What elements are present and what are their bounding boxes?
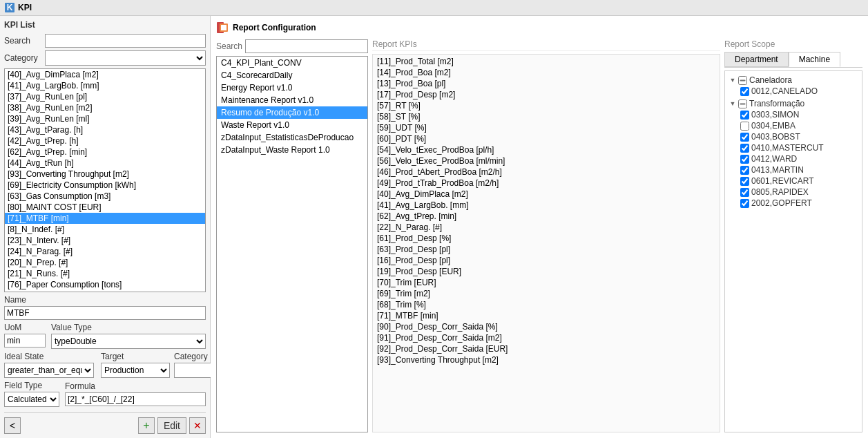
formula-input[interactable] bbox=[65, 392, 206, 406]
kpi-search-input[interactable] bbox=[45, 34, 206, 48]
list-item[interactable]: [93]_Converting Throughput [m2] bbox=[374, 354, 718, 365]
list-item[interactable]: [56]_Velo_tExec_ProdBoa [ml/min] bbox=[374, 155, 718, 166]
edit-kpi-button[interactable]: Edit bbox=[157, 417, 186, 434]
list-item[interactable]: [11]_Prod_Total [m2] bbox=[374, 56, 718, 67]
list-item[interactable]: [90]_Prod_Desp_Corr_Saida [%] bbox=[374, 321, 718, 332]
list-item[interactable]: [39]_Avg_RunLen [ml] bbox=[5, 113, 205, 124]
list-item[interactable]: [92]_Prod_Desp_Corr_Saida [EUR] bbox=[374, 343, 718, 354]
tree-checkbox[interactable] bbox=[738, 76, 747, 85]
list-item[interactable]: [13]_Prod_Boa [pl] bbox=[374, 78, 718, 89]
target-select[interactable]: Production bbox=[101, 363, 170, 378]
list-item[interactable]: [40]_Avg_DimPlaca [m2] bbox=[374, 189, 718, 200]
list-item[interactable]: Energy Report v1.0 bbox=[217, 82, 367, 94]
list-item[interactable]: [68]_Trim [%] bbox=[374, 299, 718, 310]
kpi-icon: K bbox=[4, 2, 15, 13]
list-item[interactable]: [42]_Avg_tPrep. [h] bbox=[5, 135, 205, 146]
list-item[interactable]: [91]_Prod_Desp_Corr_Saida [m2] bbox=[374, 332, 718, 343]
list-item[interactable]: [14]_Prod_Boa [m2] bbox=[374, 67, 718, 78]
scope-tab-machine[interactable]: Machine bbox=[789, 52, 840, 67]
list-item[interactable]: [71]_MTBF [min] bbox=[374, 310, 718, 321]
scope-tree[interactable]: ▼Caneladora0012,CANELADO▼Transformação03… bbox=[724, 70, 862, 432]
list-item[interactable]: [70]_Trim [EUR] bbox=[374, 277, 718, 288]
list-item[interactable]: [54]_Velo_tExec_ProdBoa [pl/h] bbox=[374, 144, 718, 155]
list-item[interactable]: [44]_Avg_tRun [h] bbox=[5, 158, 205, 169]
list-item[interactable]: [40]_Avg_DimPlaca [m2] bbox=[5, 69, 205, 80]
scope-tab-department[interactable]: Department bbox=[724, 52, 789, 67]
tree-node: ▼Transformação0303,SIMON0304,EMBA0403,BO… bbox=[728, 97, 859, 209]
list-item[interactable]: C4_ScorecardDaily bbox=[217, 69, 367, 82]
nav-left-button[interactable]: < bbox=[4, 417, 21, 434]
name-label: Name bbox=[4, 295, 206, 305]
tree-checkbox[interactable] bbox=[740, 133, 749, 142]
tree-label: 0410,MASTERCUT bbox=[751, 143, 824, 153]
list-item[interactable]: [77]_Paper Consumption [m2] bbox=[5, 290, 205, 292]
tree-expander[interactable]: ▼ bbox=[729, 100, 736, 107]
fieldtype-select[interactable]: Calculated bbox=[4, 392, 59, 407]
list-item[interactable]: [58]_ST [%] bbox=[374, 111, 718, 122]
reports-search-input[interactable] bbox=[245, 39, 368, 53]
list-item[interactable]: [57]_RT [%] bbox=[374, 100, 718, 111]
list-item[interactable]: Maintenance Report v1.0 bbox=[217, 94, 367, 106]
list-item[interactable]: [41]_Avg_LargBob. [mm] bbox=[374, 200, 718, 211]
delete-kpi-button[interactable]: ✕ bbox=[189, 417, 206, 434]
list-item[interactable]: [8]_N_Indef. [#] bbox=[5, 224, 205, 235]
tree-checkbox[interactable] bbox=[740, 166, 749, 175]
list-item[interactable]: Waste Report v1.0 bbox=[217, 119, 367, 131]
tree-checkbox[interactable] bbox=[740, 144, 749, 153]
list-item[interactable]: [46]_Prod_tAbert_ProdBoa [m2/h] bbox=[374, 166, 718, 178]
list-item[interactable]: [38]_Avg_RunLen [m2] bbox=[5, 102, 205, 113]
add-kpi-button[interactable]: + bbox=[138, 417, 155, 434]
reports-listbox[interactable]: C4_KPI_Plant_CONVC4_ScorecardDailyEnergy… bbox=[216, 56, 368, 432]
tree-label: 2002,GOPFERT bbox=[751, 198, 812, 208]
tree-checkbox[interactable] bbox=[740, 87, 749, 96]
kpi-listbox[interactable]: [40]_Avg_DimPlaca [m2][41]_Avg_LargBob. … bbox=[4, 68, 206, 292]
list-item[interactable]: [22]_N_Parag. [#] bbox=[374, 222, 718, 233]
list-item[interactable]: [21]_N_Runs. [#] bbox=[5, 268, 205, 279]
list-item[interactable]: zDataInput_EstatisticasDeProducao bbox=[217, 131, 367, 144]
list-item[interactable]: [93]_Converting Throughput [m2] bbox=[5, 169, 205, 180]
list-item[interactable]: [60]_PDT [%] bbox=[374, 133, 718, 144]
list-item[interactable]: [59]_UDT [%] bbox=[374, 122, 718, 133]
tree-label: 0304,EMBA bbox=[751, 121, 795, 131]
kpi-category-select[interactable] bbox=[45, 50, 206, 66]
tree-label: 0403,BOBST bbox=[751, 132, 800, 142]
tree-checkbox[interactable] bbox=[740, 111, 749, 120]
kpi-name-input[interactable] bbox=[4, 306, 206, 320]
list-item[interactable]: [23]_N_Interv. [#] bbox=[5, 235, 205, 246]
list-item[interactable]: [43]_Avg_tParag. [h] bbox=[5, 124, 205, 135]
ideal-state-select[interactable]: greater_than_or_equal bbox=[4, 363, 94, 378]
uom-input[interactable] bbox=[4, 334, 46, 347]
list-item[interactable]: [76]_Paper Consumption [tons] bbox=[5, 279, 205, 290]
list-item[interactable]: [20]_N_Prep. [#] bbox=[5, 257, 205, 268]
list-item[interactable]: Resumo de Produção v1.0 bbox=[217, 106, 367, 119]
list-item[interactable]: [16]_Prod_Desp [pl] bbox=[374, 255, 718, 266]
list-item[interactable]: zDataInput_Waste Report 1.0 bbox=[217, 144, 367, 156]
list-item[interactable]: [62]_Avg_tPrep. [min] bbox=[5, 146, 205, 158]
list-item[interactable]: [24]_N_Parag. [#] bbox=[5, 246, 205, 257]
list-item[interactable]: [69]_Trim [m2] bbox=[374, 288, 718, 299]
list-item[interactable]: [19]_Prod_Desp [EUR] bbox=[374, 266, 718, 277]
list-item[interactable]: [41]_Avg_LargBob. [mm] bbox=[5, 80, 205, 91]
valuetype-select[interactable]: typeDouble bbox=[51, 334, 206, 349]
tree-label: Caneladora bbox=[749, 75, 792, 85]
tree-checkbox[interactable] bbox=[740, 177, 749, 186]
report-kpis-listbox[interactable]: [11]_Prod_Total [m2][14]_Prod_Boa [m2][1… bbox=[372, 54, 720, 432]
tree-checkbox[interactable] bbox=[738, 99, 747, 108]
list-item[interactable]: [17]_Prod_Desp [m2] bbox=[374, 89, 718, 100]
list-item[interactable]: [69]_Electricity Consumption [kWh] bbox=[5, 180, 205, 191]
list-item[interactable]: [61]_Prod_Desp [%] bbox=[374, 233, 718, 244]
list-item[interactable]: [80]_MAINT COST [EUR] bbox=[5, 202, 205, 213]
list-item[interactable]: [62]_Avg_tPrep. [min] bbox=[374, 211, 718, 222]
list-item[interactable]: C4_KPI_Plant_CONV bbox=[217, 57, 367, 69]
list-item[interactable]: [37]_Avg_RunLen [pl] bbox=[5, 91, 205, 102]
tree-checkbox[interactable] bbox=[740, 188, 749, 197]
list-item[interactable]: [49]_Prod_tTrab_ProdBoa [m2/h] bbox=[374, 178, 718, 189]
tree-expander[interactable]: ▼ bbox=[729, 77, 736, 84]
tree-label: 0601,REVICART bbox=[751, 176, 814, 186]
list-item[interactable]: [63]_Prod_Desp [pl] bbox=[374, 244, 718, 255]
list-item[interactable]: [63]_Gas Consumption [m3] bbox=[5, 191, 205, 202]
tree-checkbox[interactable] bbox=[740, 199, 749, 208]
tree-checkbox[interactable] bbox=[740, 155, 749, 164]
list-item[interactable]: [71]_MTBF [min] bbox=[5, 213, 205, 224]
tree-checkbox[interactable] bbox=[740, 122, 749, 131]
